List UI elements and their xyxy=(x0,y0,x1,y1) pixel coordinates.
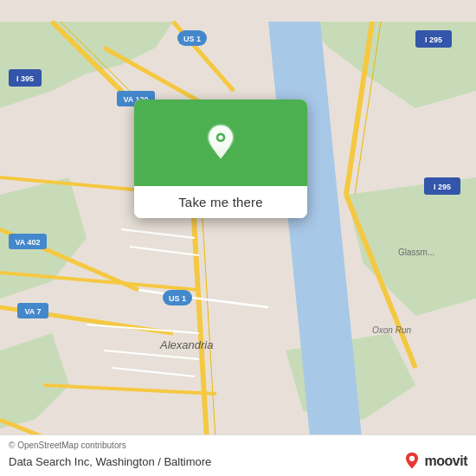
svg-text:Glassm...: Glassm... xyxy=(398,248,434,257)
svg-point-54 xyxy=(408,456,414,461)
location-label: Data Search Inc, Washington / Baltimore xyxy=(9,455,211,468)
popup-card: Take me there xyxy=(134,100,307,218)
svg-line-28 xyxy=(130,247,199,255)
svg-marker-5 xyxy=(0,333,69,428)
svg-marker-7 xyxy=(268,22,363,454)
svg-text:VA 402: VA 402 xyxy=(15,238,40,247)
svg-line-24 xyxy=(199,299,268,307)
popup-header xyxy=(134,100,307,186)
moovit-pin-icon xyxy=(402,452,421,471)
svg-line-27 xyxy=(113,368,195,376)
map-container: I 395 VA 120 US 1 I 295 I 295 VA 402 VA … xyxy=(0,0,476,476)
location-pin-icon xyxy=(202,124,240,162)
svg-text:Oxon Run: Oxon Run xyxy=(372,325,411,335)
svg-text:US 1: US 1 xyxy=(183,35,201,43)
svg-line-29 xyxy=(121,229,195,238)
svg-text:US 1: US 1 xyxy=(169,294,186,303)
svg-text:I 395: I 395 xyxy=(16,74,34,83)
svg-text:I 295: I 295 xyxy=(425,35,442,44)
svg-line-26 xyxy=(104,351,199,359)
moovit-text: moovit xyxy=(425,453,467,469)
svg-marker-0 xyxy=(0,22,104,108)
svg-point-53 xyxy=(218,135,222,139)
svg-text:Alexandria: Alexandria xyxy=(159,338,213,351)
take-me-there-button[interactable]: Take me there xyxy=(134,186,307,218)
copyright-text: © OpenStreetMap contributors xyxy=(9,441,467,450)
bottom-bar: © OpenStreetMap contributors Data Search… xyxy=(0,434,476,476)
svg-text:I 295: I 295 xyxy=(434,183,451,191)
svg-line-25 xyxy=(87,325,199,333)
svg-text:VA 7: VA 7 xyxy=(24,307,41,316)
svg-line-21 xyxy=(43,385,216,394)
map-background: I 395 VA 120 US 1 I 295 I 295 VA 402 VA … xyxy=(0,0,476,476)
bottom-row: Data Search Inc, Washington / Baltimore … xyxy=(9,452,467,471)
moovit-logo: moovit xyxy=(402,452,467,471)
